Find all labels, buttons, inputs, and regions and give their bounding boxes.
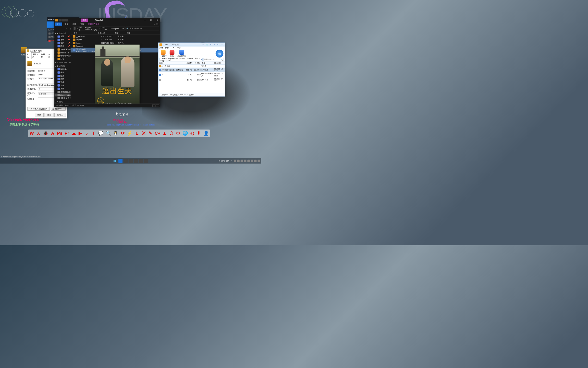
maximize-button[interactable]: ☐	[148, 18, 154, 22]
zip-delete-button[interactable]: 删除	[170, 50, 175, 57]
taskbar-explorer[interactable]	[124, 159, 128, 163]
minimize-button[interactable]: ─	[142, 18, 148, 22]
zip-menu-tool[interactable]: 工具	[171, 47, 175, 50]
zip-close-button[interactable]: ✕	[220, 43, 224, 46]
explorer-sidebar[interactable]: ▸ ★快速访问 桌面📌 下载📌 文档📌 图片📌 360极速浏览器下载 Mobil…	[54, 31, 70, 107]
sidebar-item[interactable]: 信号与系统课后题解	[54, 54, 70, 57]
col-size[interactable]: 大小	[127, 31, 140, 34]
tray-icon[interactable]	[254, 160, 256, 162]
col-type[interactable]: 类型	[115, 31, 127, 34]
menu-home[interactable]: 主页	[63, 22, 70, 26]
taskbar-start[interactable]: ⊞	[113, 159, 117, 163]
menu-file[interactable]: 文件	[55, 22, 62, 26]
dock-down-icon[interactable]: ⬇	[197, 131, 201, 136]
sidebar-item[interactable]: CD 驱动器 (G:)	[54, 96, 70, 100]
nav-history-button[interactable]: ⌄	[64, 27, 68, 30]
dock-bolt-icon[interactable]: ⚡	[127, 131, 132, 136]
dock-origin-icon[interactable]: ⬡	[169, 131, 174, 136]
dock-font-icon[interactable]: A	[50, 131, 55, 136]
tab-security[interactable]: 安全	[47, 52, 53, 59]
dock-bug-icon[interactable]: 🐞	[43, 131, 48, 136]
tab-shortcut[interactable]: 快捷方式	[31, 52, 40, 59]
nav-forward-button[interactable]: →	[60, 27, 64, 30]
sidebar-item[interactable]: 图片📌	[54, 45, 70, 48]
zip-file-list[interactable]: ..(上级目录)文件夹..t.CHS.Patch.v1.1-3DM.exe23.…	[158, 65, 225, 82]
zip-row[interactable]: ..t.CHS.Patch.v1.1-3DM.exe23.6 MB23.0 MB…	[158, 68, 225, 72]
refresh-icon[interactable]: ⟳	[122, 27, 124, 30]
taskbar-weather[interactable]: ☀ 15°C 晴朗	[218, 159, 229, 162]
ribbon-tab-manage[interactable]: 管理	[81, 18, 88, 22]
explorer-window[interactable]: 管理 AWayOut ─ ☐ ✕ 文件 主页 共享 查看 应用程序工具 ⌄ ? …	[54, 18, 160, 107]
zcol-after[interactable]: 压缩后	[192, 62, 201, 64]
zip-menu-op[interactable]: 操作	[165, 47, 169, 50]
zip-menu-help[interactable]: 帮助	[177, 47, 181, 50]
zcol-before[interactable]: 压缩前	[184, 62, 192, 64]
sidebar-item[interactable]: 桌面📌	[54, 35, 70, 38]
taskbar-app[interactable]	[144, 159, 148, 163]
taskbar-app[interactable]	[134, 159, 138, 163]
dock-epic-icon[interactable]: E	[135, 131, 139, 136]
dock-cpp-icon[interactable]: C+	[155, 131, 160, 136]
taskbar-word[interactable]	[118, 159, 122, 163]
sidebar-network[interactable]: ▸ 🖧网络	[54, 100, 70, 103]
sidebar-onedrive[interactable]: ▸ ☁OneDrive - Persona...	[54, 61, 70, 64]
dock-ps-icon[interactable]: Ps	[57, 131, 63, 136]
sidebar-item[interactable]: 音乐	[54, 84, 70, 87]
zip-titlebar[interactable]: ...CHS.... - 360压缩 ☆ 👕 ≡ ─ ☐ ✕	[158, 43, 225, 47]
zip-scan-button[interactable]: 扫描	[216, 50, 224, 58]
sidebar-item-rappers-doc[interactable]: Rapper's Docume...	[54, 94, 70, 96]
dock-brave-icon[interactable]: ◎	[190, 131, 194, 136]
zip-min-button[interactable]: ─	[213, 43, 216, 46]
dock-pr-icon[interactable]: Pr	[65, 131, 69, 136]
file-row[interactable]: __Installer2020/7/4 22:37文件夹	[71, 35, 160, 38]
close-button[interactable]: ✕	[154, 18, 160, 22]
addr-dropdown-icon[interactable]: ⌄	[120, 27, 121, 30]
zip-row[interactable]: ..(上级目录)文件夹	[158, 65, 225, 68]
dock-sword-icon[interactable]: ⚔	[141, 131, 146, 136]
dock-qq-icon[interactable]: 🐧	[113, 131, 118, 136]
ok-button[interactable]: 确定	[35, 113, 44, 117]
qat-btn[interactable]	[62, 19, 65, 21]
sidebar-item[interactable]: 桌面	[54, 87, 70, 90]
checkbox-icon[interactable]	[48, 29, 50, 30]
sidebar-item[interactable]: 下载📌	[54, 38, 70, 41]
zip-row[interactable]: ..rl1 KB1 KBInternet 快捷方式2014-10-16 20:1…	[158, 72, 225, 77]
file-row[interactable]: Engine2020/7/4 17:01文件夹	[71, 38, 160, 41]
file-list-pane[interactable]: 名称 修改日期 类型 大小 __Installer2020/7/4 22:37文…	[71, 31, 160, 107]
menu-app-tools[interactable]: 应用程序工具	[87, 22, 101, 26]
zcol-name[interactable]: 名称	[158, 62, 184, 64]
cancel-button[interactable]: 取消	[45, 113, 54, 117]
tray-icon[interactable]	[241, 160, 243, 162]
change-icon-button[interactable]: 更改图标(C)...	[51, 107, 66, 111]
sidebar-item[interactable]: 文档📌	[54, 41, 70, 45]
zcol-date[interactable]: 修改日期	[213, 62, 225, 64]
zip-window[interactable]: ...CHS.... - 360压缩 ☆ 👕 ≡ ─ ☐ ✕ 文件 操作 工具 …	[158, 43, 225, 97]
tray-icon[interactable]	[258, 160, 260, 162]
tray-icon[interactable]	[244, 160, 246, 162]
view-details-button[interactable]	[152, 104, 155, 107]
menu-view[interactable]: 查看	[79, 22, 86, 26]
dock-android-icon[interactable]: ▲	[162, 131, 167, 136]
taskbar-app[interactable]	[139, 159, 143, 163]
search-box[interactable]: 🔍 搜索"AWayOut"	[126, 27, 159, 30]
sidebar-item[interactable]: 3D 对象	[54, 68, 70, 71]
sidebar-item[interactable]: MobileFile	[54, 51, 70, 54]
sidebar-item[interactable]: 视频	[54, 71, 70, 74]
zip-extract-button[interactable]: 一键解压	[160, 50, 167, 57]
tray-icon[interactable]	[237, 160, 239, 162]
zip-skin-button[interactable]: 👕	[205, 43, 209, 46]
dock-search-icon[interactable]: 🔍	[106, 131, 111, 136]
qat-folder-icon[interactable]	[55, 19, 58, 21]
tab-compat[interactable]: 兼容性	[40, 52, 47, 59]
sidebar-item[interactable]: 图片	[54, 74, 70, 77]
zcol-type[interactable]: 类型	[201, 62, 213, 64]
dock-chat-icon[interactable]: 💬	[98, 131, 103, 136]
menu-share[interactable]: 共享	[71, 22, 78, 26]
dropdown-icon[interactable]: ▾	[201, 59, 202, 61]
nav-back-button[interactable]: ←	[55, 27, 59, 30]
tray-icon[interactable]	[251, 160, 253, 162]
dock-cloud-icon[interactable]: ☁	[71, 131, 76, 136]
dock-text-icon[interactable]: T	[91, 131, 96, 136]
dock-music-icon[interactable]: ♪	[85, 131, 89, 136]
dock-play-icon[interactable]: ▶	[78, 131, 82, 136]
